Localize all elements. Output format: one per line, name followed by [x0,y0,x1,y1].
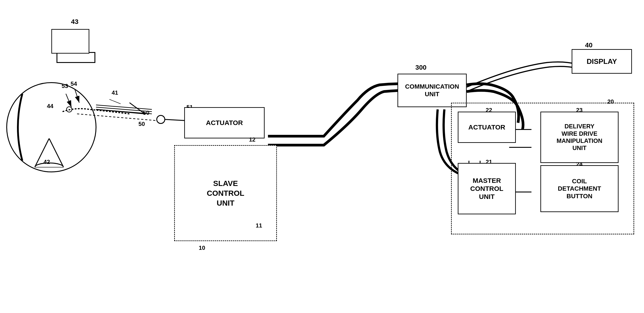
label-50-bot: 50 [143,110,150,116]
svg-line-1 [66,94,72,107]
svg-line-4 [165,120,185,120]
label-40: 40 [585,41,592,49]
svg-line-2 [75,89,79,103]
box-actuator-master: ACTUATOR [458,112,516,143]
box-display: DISPLAY [572,49,632,74]
svg-point-22 [34,163,64,168]
svg-rect-15 [57,52,95,62]
label-11: 11 [256,222,262,229]
box-master-control-unit: MASTERCONTROLUNIT [458,163,516,214]
label-41: 41 [112,89,118,96]
label-54: 54 [70,80,77,87]
label-300: 300 [415,64,426,71]
label-53: 53 [62,82,68,90]
label-10: 10 [199,244,205,252]
svg-point-13 [157,116,165,124]
box-43 [51,29,89,54]
label-44: 44 [47,103,53,110]
label-50-top: 50 [138,120,145,128]
svg-line-19 [110,99,120,104]
label-12: 12 [249,136,256,143]
box-actuator-slave: ACTUATOR [184,107,264,138]
diagram-container: 43 40 DISPLAY 300 COMMUNICATIONUNIT 53 5… [0,0,644,313]
box-communication-unit: COMMUNICATIONUNIT [398,74,467,107]
component-42 [34,138,64,168]
label-43: 43 [71,18,78,26]
svg-line-16 [96,105,152,110]
box-delivery-wire: DELIVERYWIRE DRIVEMANIPULATIONUNIT [540,112,618,163]
box-coil-detachment: COILDETACHMENTBUTTON [540,165,618,212]
